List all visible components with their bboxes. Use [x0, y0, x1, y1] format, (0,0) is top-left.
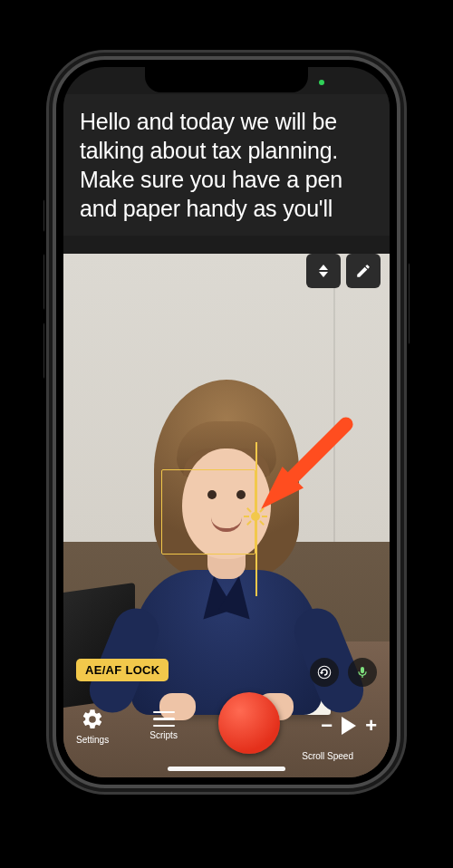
focus-exposure-box[interactable] — [161, 469, 255, 555]
home-indicator[interactable] — [168, 767, 285, 771]
scripts-label: Scripts — [149, 730, 178, 740]
settings-label: Settings — [76, 735, 109, 745]
scroll-updown-icon — [319, 265, 328, 277]
recording-indicator-dot — [319, 80, 324, 85]
teleprompter-controls — [306, 254, 381, 288]
volume-down-button — [43, 323, 48, 379]
settings-button[interactable]: Settings — [76, 708, 109, 745]
speed-increase-button[interactable]: + — [365, 714, 377, 738]
edit-script-button[interactable] — [346, 254, 381, 288]
power-button — [405, 263, 410, 344]
camera-viewfinder[interactable]: AE/AF LOCK — [63, 254, 390, 777]
microphone-button[interactable] — [348, 658, 377, 687]
notch — [145, 67, 308, 92]
camera-floating-controls — [310, 658, 377, 687]
volume-up-button — [43, 254, 48, 310]
switch-camera-icon — [316, 664, 333, 680]
scroll-speed-label: Scroll Speed — [302, 751, 353, 761]
arrow-down-left-icon — [245, 408, 362, 526]
switch-camera-button[interactable] — [310, 658, 339, 687]
play-button[interactable] — [342, 717, 356, 735]
scripts-button[interactable]: Scripts — [149, 711, 178, 741]
gear-icon — [81, 708, 104, 731]
bottom-toolbar: Settings Scripts − + — [63, 690, 390, 777]
volume-mute-switch — [43, 199, 48, 232]
pencil-icon — [355, 263, 371, 279]
microphone-icon — [355, 665, 370, 680]
aeaf-lock-badge: AE/AF LOCK — [76, 659, 169, 681]
speed-decrease-button[interactable]: − — [321, 714, 333, 738]
record-button[interactable] — [218, 692, 280, 754]
scroll-speed-control: − + — [321, 714, 377, 738]
screen: Hello and today we will be talking about… — [63, 67, 390, 777]
menu-icon — [153, 711, 175, 728]
scroll-updown-button[interactable] — [306, 254, 341, 288]
device-frame: Hello and today we will be talking about… — [56, 60, 397, 785]
teleprompter-text[interactable]: Hello and today we will be talking about… — [63, 94, 390, 236]
